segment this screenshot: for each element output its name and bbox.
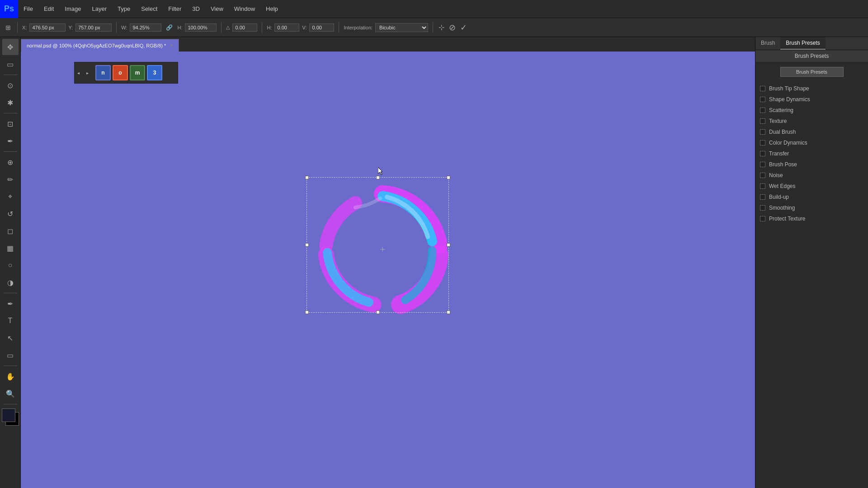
checkbox-brush-pose[interactable] <box>760 162 765 167</box>
checkbox-protect-texture[interactable] <box>760 216 765 221</box>
option-noise[interactable]: Noise <box>755 170 868 181</box>
tool-sep2 <box>4 113 17 113</box>
canvas-area[interactable]: normal.psd @ 100% (4QqhO5ygAzEO7wg0uqnLB… <box>21 37 755 488</box>
move-tool[interactable]: ✥ <box>2 39 19 55</box>
blur-tool[interactable]: ○ <box>2 257 19 273</box>
pen-tool[interactable]: ✒ <box>2 296 19 312</box>
handle-tl <box>305 176 309 179</box>
y-input[interactable] <box>75 23 112 32</box>
tab-close-btn[interactable]: ✕ <box>170 43 173 48</box>
menu-image[interactable]: Image <box>59 0 86 18</box>
checkbox-brush-tip[interactable] <box>760 86 765 91</box>
checkbox-scattering[interactable] <box>760 108 765 113</box>
v-input[interactable] <box>309 23 334 32</box>
checkbox-dual-brush[interactable] <box>760 129 765 135</box>
path-select-tool[interactable]: ↖ <box>2 330 19 346</box>
checkbox-transfer[interactable] <box>760 151 765 156</box>
marquee-tool[interactable]: ▭ <box>2 56 19 72</box>
menu-filter[interactable]: Filter <box>163 0 187 18</box>
plugin-icon-3[interactable]: m <box>130 65 145 80</box>
panel-collapse-icon[interactable]: ◂ <box>77 69 85 76</box>
option-dual-brush[interactable]: Dual Brush <box>755 127 868 137</box>
label-wet-edges: Wet Edges <box>769 183 795 189</box>
menu-window[interactable]: Window <box>229 0 260 18</box>
zoom-tool[interactable]: 🔍 <box>2 385 19 402</box>
interpolation-label: Interpolation: <box>344 25 373 30</box>
cancel-transform-icon[interactable]: ⊘ <box>448 22 457 33</box>
checkbox-noise[interactable] <box>760 173 765 178</box>
h-label: H: <box>177 25 182 30</box>
option-scattering[interactable]: Scattering <box>755 105 868 116</box>
plugin-icon-4[interactable]: 3 <box>147 65 162 80</box>
option-brush-pose[interactable]: Brush Pose <box>755 159 868 170</box>
crop-tool[interactable]: ⊡ <box>2 116 19 132</box>
link-icon[interactable]: 🔗 <box>164 23 175 32</box>
option-texture[interactable]: Texture <box>755 116 868 127</box>
separator6 <box>433 22 433 33</box>
magic-wand-tool[interactable]: ✱ <box>2 94 19 111</box>
checkbox-color-dynamics[interactable] <box>760 140 765 145</box>
history-brush[interactable]: ↺ <box>2 206 19 222</box>
angle-label: △ <box>226 24 230 30</box>
label-color-dynamics: Color Dynamics <box>769 140 807 146</box>
type-tool[interactable]: T <box>2 313 19 329</box>
document-tab[interactable]: normal.psd @ 100% (4QqhO5ygAzEO7wg0uqnLB… <box>21 39 179 52</box>
warp-icon[interactable]: ⊹ <box>438 22 445 33</box>
option-color-dynamics[interactable]: Color Dynamics <box>755 137 868 148</box>
brush-tool[interactable]: ✏ <box>2 171 19 188</box>
eyedropper-tool[interactable]: ✒ <box>2 133 19 149</box>
commit-transform-icon[interactable]: ✓ <box>459 22 468 33</box>
tab-brush-presets[interactable]: Brush Presets <box>780 37 825 50</box>
option-wet-edges[interactable]: Wet Edges <box>755 181 868 192</box>
h2-input[interactable] <box>274 23 299 32</box>
gradient-tool[interactable]: ▦ <box>2 240 19 256</box>
option-smoothing[interactable]: Smoothing <box>755 202 868 213</box>
healing-tool[interactable]: ⊕ <box>2 154 19 170</box>
tool-sep1 <box>4 75 17 75</box>
h-input[interactable] <box>185 23 217 32</box>
option-transfer[interactable]: Transfer <box>755 148 868 159</box>
menu-help[interactable]: Help <box>260 0 283 18</box>
main-layout: ✥ ▭ ⊙ ✱ ⊡ ✒ ⊕ ✏ ⌖ ↺ ◻ ▦ ○ ◑ ✒ T ↖ ▭ ✋ 🔍 <box>0 37 868 488</box>
brush-presets-button[interactable]: Brush Presets <box>780 67 844 77</box>
checkbox-shape-dynamics[interactable] <box>760 97 765 102</box>
option-build-up[interactable]: Build-up <box>755 192 868 202</box>
checkbox-smoothing[interactable] <box>760 205 765 211</box>
x-input[interactable] <box>29 23 66 32</box>
menu-layer[interactable]: Layer <box>87 0 113 18</box>
checkbox-build-up[interactable] <box>760 194 765 200</box>
dodge-tool[interactable]: ◑ <box>2 274 19 291</box>
tab-brush[interactable]: Brush <box>755 37 780 50</box>
lasso-tool[interactable]: ⊙ <box>2 77 19 94</box>
checkbox-wet-edges[interactable] <box>760 183 765 189</box>
handle-tc <box>376 176 380 179</box>
tool-sep6 <box>4 404 17 404</box>
plugin-icon-1[interactable]: n <box>95 65 111 80</box>
canvas-content[interactable] <box>21 52 755 488</box>
w-input[interactable] <box>130 23 161 32</box>
shape-tool[interactable]: ▭ <box>2 347 19 363</box>
option-brush-tip-shape[interactable]: Brush Tip Shape <box>755 83 868 94</box>
option-shape-dynamics[interactable]: Shape Dynamics <box>755 94 868 105</box>
color-swatches <box>2 408 19 426</box>
option-protect-texture[interactable]: Protect Texture <box>755 213 868 224</box>
menu-select[interactable]: Select <box>136 0 163 18</box>
angle-input[interactable] <box>232 23 257 32</box>
menu-view[interactable]: View <box>205 0 229 18</box>
y-label: Y: <box>68 25 73 30</box>
menu-3d[interactable]: 3D <box>187 0 205 18</box>
menu-file[interactable]: File <box>18 0 38 18</box>
plugin-icon-2[interactable]: o <box>113 65 128 80</box>
foreground-color-swatch[interactable] <box>2 408 15 422</box>
label-shape-dynamics: Shape Dynamics <box>769 96 810 103</box>
panel-expand-icon[interactable]: ▸ <box>86 69 94 76</box>
cursor <box>378 167 384 174</box>
menu-type[interactable]: Type <box>112 0 136 18</box>
checkbox-texture[interactable] <box>760 118 765 124</box>
clone-tool[interactable]: ⌖ <box>2 188 19 205</box>
interpolation-select[interactable]: Bicubic Bilinear Nearest Neighbor <box>375 23 428 32</box>
menu-edit[interactable]: Edit <box>38 0 59 18</box>
v-label: V: <box>302 25 307 30</box>
hand-tool[interactable]: ✋ <box>2 368 19 385</box>
eraser-tool[interactable]: ◻ <box>2 223 19 239</box>
